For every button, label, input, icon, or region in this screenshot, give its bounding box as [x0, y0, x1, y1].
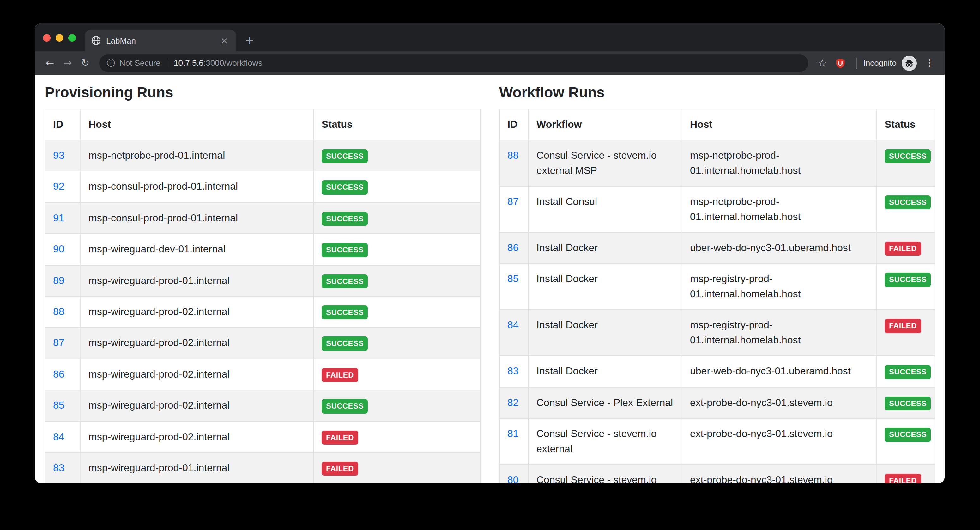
zoom-window-button[interactable]	[68, 34, 76, 42]
tab-labman[interactable]: LabMan ×	[85, 30, 236, 51]
url-host: 10.7.5.6	[174, 58, 204, 68]
status-badge: FAILED	[885, 319, 921, 333]
run-id-link[interactable]: 87	[508, 196, 519, 207]
host-cell: msp-consul-prod-prod-01.internal	[81, 203, 314, 234]
browser-window: LabMan × + ← → ↻ ⓘ Not Secure 10.7.5.6 :…	[35, 23, 945, 483]
run-id-link[interactable]: 90	[53, 244, 64, 254]
status-cell: SUCCESS	[314, 265, 480, 296]
run-id-link[interactable]: 83	[53, 462, 64, 473]
tab-title: LabMan	[106, 36, 219, 45]
run-id-cell: 88	[45, 296, 81, 327]
run-id-cell: 92	[45, 171, 81, 203]
host-cell: ext-probe-do-nyc3-01.stevem.io	[682, 387, 877, 419]
run-id-link[interactable]: 86	[53, 369, 64, 379]
toolbar-divider	[856, 57, 857, 69]
provisioning-run-row: 91 msp-consul-prod-prod-01.internal SUCC…	[45, 203, 480, 234]
workflow-runs-table: ID Workflow Host Status 88 Consul Servic…	[499, 109, 935, 483]
status-cell: SUCCESS	[314, 296, 480, 327]
run-id-link[interactable]: 87	[53, 337, 64, 348]
provisioning-runs-table: ID Host Status 93 msp-netprobe-prod-01.i…	[45, 109, 481, 483]
back-icon[interactable]: ←	[41, 54, 59, 72]
run-id-link[interactable]: 88	[508, 150, 519, 161]
provisioning-run-row: 93 msp-netprobe-prod-01.internal SUCCESS	[45, 140, 480, 171]
new-tab-button[interactable]: +	[241, 32, 258, 48]
provisioning-run-row: 84 msp-wireguard-prod-02.internal FAILED	[45, 421, 480, 453]
run-id-link[interactable]: 82	[508, 397, 519, 408]
reload-icon[interactable]: ↻	[76, 54, 94, 72]
tab-close-icon[interactable]: ×	[219, 35, 230, 46]
workflow-run-row: 83 Install Docker uber-web-do-nyc3-01.ub…	[500, 356, 935, 387]
host-cell: uber-web-do-nyc3-01.uberamd.host	[682, 356, 877, 387]
address-bar[interactable]: ⓘ Not Secure 10.7.5.6 :3000/workflows	[99, 54, 808, 72]
status-cell: SUCCESS	[877, 387, 935, 419]
run-id-cell: 84	[45, 421, 81, 453]
status-cell: FAILED	[314, 421, 480, 453]
run-id-cell: 91	[45, 203, 81, 234]
security-label: Not Secure	[119, 58, 161, 68]
table-header-row: ID Workflow Host Status	[500, 109, 935, 140]
run-id-link[interactable]: 92	[53, 181, 64, 192]
browser-menu-icon[interactable]: ⋮	[921, 54, 938, 72]
host-cell: msp-wireguard-prod-02.internal	[81, 390, 314, 421]
ublock-extension-icon[interactable]	[835, 57, 846, 69]
col-header-workflow: Workflow	[528, 109, 682, 140]
workflow-cell: Consul Service - stevem.io external	[528, 418, 682, 465]
page-content: Provisioning Runs ID Host Status	[35, 75, 945, 483]
run-id-cell: 85	[45, 390, 81, 421]
run-id-link[interactable]: 81	[508, 428, 519, 439]
workflow-run-row: 85 Install Docker msp-registry-prod-01.i…	[500, 264, 935, 310]
status-cell: SUCCESS	[314, 140, 480, 171]
run-id-cell: 86	[45, 359, 81, 390]
status-cell: SUCCESS	[314, 171, 480, 203]
close-window-button[interactable]	[43, 34, 51, 42]
run-id-link[interactable]: 91	[53, 212, 64, 223]
status-cell: FAILED	[877, 232, 935, 264]
run-id-link[interactable]: 85	[53, 400, 64, 410]
run-id-link[interactable]: 88	[53, 306, 64, 317]
run-id-link[interactable]: 84	[53, 431, 64, 442]
host-cell: msp-netprobe-prod-01.internal	[81, 140, 314, 171]
status-cell: SUCCESS	[314, 203, 480, 234]
run-id-link[interactable]: 85	[508, 273, 519, 284]
workflow-cell: Consul Service - stevem.io	[528, 465, 682, 483]
run-id-link[interactable]: 89	[53, 275, 64, 286]
forward-icon[interactable]: →	[59, 54, 76, 72]
host-cell: msp-wireguard-prod-02.internal	[81, 296, 314, 327]
info-icon[interactable]: ⓘ	[107, 57, 115, 69]
provisioning-runs-title: Provisioning Runs	[45, 83, 480, 101]
run-id-cell: 93	[45, 140, 81, 171]
run-id-cell: 86	[500, 232, 528, 264]
status-badge: SUCCESS	[321, 180, 368, 195]
workflow-cell: Install Docker	[528, 232, 682, 264]
status-badge: SUCCESS	[321, 212, 368, 226]
run-id-link[interactable]: 83	[508, 366, 519, 377]
status-badge: SUCCESS	[321, 399, 368, 413]
host-cell: ext-probe-do-nyc3-01.stevem.io	[682, 465, 877, 483]
run-id-cell: 84	[500, 310, 528, 356]
status-cell: SUCCESS	[877, 186, 935, 232]
workflow-cell: Install Docker	[528, 356, 682, 387]
table-header-row: ID Host Status	[45, 109, 480, 140]
run-id-link[interactable]: 84	[508, 320, 519, 330]
run-id-link[interactable]: 86	[508, 242, 519, 253]
run-id-link[interactable]: 93	[53, 150, 64, 161]
minimize-window-button[interactable]	[56, 34, 63, 42]
col-header-host: Host	[682, 109, 877, 140]
workflow-cell: Consul Service - Plex External	[528, 387, 682, 419]
provisioning-runs-section: Provisioning Runs ID Host Status	[45, 83, 480, 483]
browser-toolbar: ← → ↻ ⓘ Not Secure 10.7.5.6 :3000/workfl…	[35, 51, 945, 75]
provisioning-run-row: 83 msp-wireguard-prod-01.internal FAILED	[45, 453, 480, 483]
run-id-cell: 87	[45, 327, 81, 359]
status-badge: FAILED	[885, 474, 921, 483]
bookmark-star-icon[interactable]: ☆	[813, 54, 831, 72]
status-badge: SUCCESS	[321, 305, 368, 320]
workflow-run-row: 87 Install Consul msp-netprobe-prod-01.i…	[500, 186, 935, 232]
status-cell: FAILED	[314, 359, 480, 390]
status-badge: SUCCESS	[321, 243, 368, 257]
provisioning-run-row: 85 msp-wireguard-prod-02.internal SUCCES…	[45, 390, 480, 421]
site-favicon-icon	[91, 35, 101, 46]
incognito-label: Incognito	[863, 58, 897, 68]
status-badge: SUCCESS	[321, 149, 368, 163]
run-id-link[interactable]: 80	[508, 474, 519, 483]
status-badge: FAILED	[321, 430, 358, 445]
